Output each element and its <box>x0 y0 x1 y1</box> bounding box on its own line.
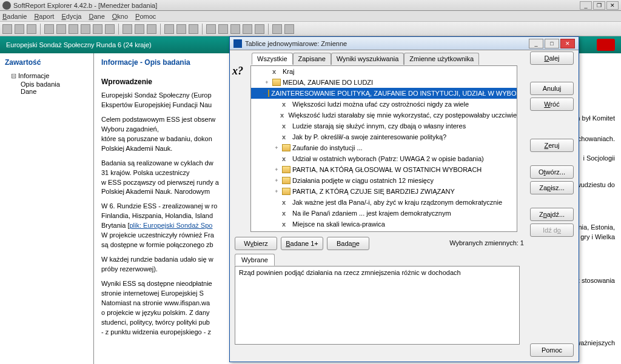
dialog-minimize-button[interactable]: _ <box>529 39 543 48</box>
separator <box>118 24 119 35</box>
badane-button[interactable]: Badane <box>327 237 369 250</box>
dialog-tabs: Wszystkie Zapisane Wyniki wyszukiwania Z… <box>252 53 574 65</box>
tab-uzytkownika[interactable]: Zmienne użytkownika <box>404 53 479 65</box>
tab-zapisane[interactable]: Zapisane <box>293 53 331 65</box>
tool-icon[interactable] <box>123 24 132 34</box>
maximize-button[interactable]: ❐ <box>593 1 605 10</box>
tool-icon[interactable] <box>230 24 240 34</box>
tree-node[interactable]: Kraj <box>251 66 517 77</box>
tree-node[interactable]: +Zaufanie do instytucji ... <box>251 142 517 153</box>
left-pane: Zawartość Informacje Opis badania Dane <box>0 53 94 364</box>
wroc-button[interactable]: Wróć <box>530 98 574 111</box>
selected-count: Wybranych zmiennych: 1 <box>449 239 524 247</box>
tree-node[interactable]: Miejsce na skali lewica-prawica <box>251 219 517 230</box>
otworz-button[interactable]: Otwórz... <box>530 165 574 179</box>
tree-item[interactable]: Opis badania <box>5 81 89 88</box>
dialog-tablice: Tablice jednowymiarowe: Zmienne _ □ ✕ Ws… <box>229 36 579 362</box>
app-icon <box>2 1 11 10</box>
tab-wszystkie[interactable]: Wszystkie <box>252 53 293 65</box>
menu-okno[interactable]: Okno <box>112 13 128 20</box>
tree-node[interactable]: +PARTIA, Z KTÓRĄ CZUJE SIĘ BARDZIEJ ZWIĄ… <box>251 186 517 197</box>
tree-node[interactable]: +MEDIA, ZAUFANIE DO LUDZI <box>251 77 517 88</box>
tree-node[interactable]: Większość ludzi starałaby się mnie wykor… <box>251 110 517 121</box>
tool-icon[interactable] <box>164 24 174 34</box>
zapisz-button[interactable]: Zapisz... <box>530 181 574 194</box>
menu-badanie[interactable]: Badanie <box>2 13 27 20</box>
tree-root[interactable]: Informacje <box>5 71 89 81</box>
tool-icon[interactable] <box>69 24 78 34</box>
anuluj-button[interactable]: Anuluj <box>530 82 574 95</box>
idzdo-button: Idź do <box>530 223 574 237</box>
znajdz-button[interactable]: Znajdź... <box>530 208 574 221</box>
tree-node[interactable]: Na ile Pana/i zdaniem ... jest krajem de… <box>251 208 517 219</box>
text-fragment: wudziestu do <box>576 180 615 190</box>
text-fragment: gry i Wielka <box>580 233 615 242</box>
tool-icon[interactable] <box>15 24 24 34</box>
tool-icon[interactable] <box>255 24 264 34</box>
dialog-icon <box>233 39 242 48</box>
badane1-button[interactable]: Badane 1+ <box>281 237 323 250</box>
tree-node[interactable]: Jak by P. określił/-a swoje zainteresowa… <box>251 131 517 142</box>
dialog-maximize-button[interactable]: □ <box>545 39 559 48</box>
tool-icon[interactable] <box>44 24 54 34</box>
tree-node[interactable]: +PARTIA, NA KTÓRĄ GŁOSOWAŁ W OSTATNICH W… <box>251 164 517 175</box>
tool-icon[interactable] <box>218 24 228 34</box>
wybierz-button[interactable]: Wybierz <box>235 237 277 250</box>
side-buttons: Dalej Anuluj Wróć Zeruj Otwórz... Zapisz… <box>530 51 574 237</box>
menu-pomoc[interactable]: Pomoc <box>135 13 156 20</box>
toolbar <box>0 22 621 36</box>
left-title: Zawartość <box>5 58 89 67</box>
menubar: Badanie Raport Edycja Dane Okno Pomoc <box>0 11 621 22</box>
link[interactable]: plik: Europejski Sondaż Spo <box>129 222 212 229</box>
tool-icon[interactable] <box>243 24 252 34</box>
window-title: SoftReport Explorer 4.42.b - [Menedżer b… <box>13 2 157 9</box>
wybrane-tab[interactable]: Wybrane <box>235 254 275 266</box>
tool-icon[interactable] <box>105 24 115 34</box>
bottom-buttons: Wybierz Badane 1+ Badane <box>235 237 369 250</box>
main-titlebar: SoftReport Explorer 4.42.b - [Menedżer b… <box>0 0 621 11</box>
tree-node[interactable]: −ZAINTERESOWANIE POLITYKĄ, ZAUFANIE DO I… <box>251 88 517 99</box>
separator <box>40 24 41 35</box>
menu-dane[interactable]: Dane <box>89 13 104 20</box>
wybrane-panel: Rząd powinien podjąć działania na rzecz … <box>235 266 520 345</box>
tree-node[interactable]: Ogólne zadowolenie ze swojego obecnego ż… <box>251 230 517 232</box>
tree-node[interactable]: Jak ważne jest dla Pana/-i, aby żyć w kr… <box>251 197 517 208</box>
variables-tree[interactable]: Kraj+MEDIA, ZAUFANIE DO LUDZI−ZAINTERESO… <box>250 65 517 232</box>
text-fragment: i Socjologii <box>583 154 615 164</box>
x-question-icon: x? <box>232 65 243 78</box>
menu-raport[interactable]: Raport <box>34 13 54 20</box>
minimize-button[interactable]: _ <box>580 1 592 10</box>
menu-edycja[interactable]: Edycja <box>61 13 81 20</box>
zeruj-button[interactable]: Zeruj <box>530 139 574 152</box>
tool-icon[interactable] <box>206 24 216 34</box>
tool-icon[interactable] <box>147 24 156 34</box>
dialog-titlebar[interactable]: Tablice jednowymiarowe: Zmienne _ □ ✕ <box>230 37 579 50</box>
tree-node[interactable]: Większości ludzi można ufać czy ostrożno… <box>251 99 517 110</box>
tool-icon[interactable] <box>189 24 198 34</box>
tool-icon[interactable] <box>272 24 282 34</box>
tree-node[interactable]: Ludzie starają się służyć innym, czy dba… <box>251 121 517 131</box>
separator <box>268 24 269 35</box>
pomoc-button[interactable]: Pomoc <box>530 343 574 357</box>
tree-node[interactable]: Udział w ostatnich wyborach (Patrz: UWAG… <box>251 153 517 164</box>
wybrane-item[interactable]: Rząd powinien podjąć działania na rzecz … <box>239 269 515 276</box>
tool-icon[interactable] <box>284 24 294 34</box>
tool-icon[interactable] <box>81 24 90 34</box>
tool-icon[interactable] <box>93 24 102 34</box>
dialog-body: Wszystkie Zapisane Wyniki wyszukiwania Z… <box>230 50 579 362</box>
separator <box>160 24 161 35</box>
dalej-button[interactable]: Dalej <box>530 51 574 65</box>
tool-icon[interactable] <box>27 24 36 34</box>
dialog-title: Tablice jednowymiarowe: Zmienne <box>245 40 347 47</box>
tool-icon[interactable] <box>176 24 186 34</box>
tab-wyniki[interactable]: Wyniki wyszukiwania <box>331 53 404 65</box>
dialog-close-button[interactable]: ✕ <box>560 39 575 48</box>
tool-icon[interactable] <box>2 24 12 34</box>
logo <box>597 39 615 51</box>
tool-icon[interactable] <box>56 24 66 34</box>
tree-node[interactable]: +Działania podjęte w ciągu ostatnich 12 … <box>251 175 517 186</box>
separator <box>202 24 203 35</box>
tool-icon[interactable] <box>135 24 144 34</box>
close-button[interactable]: ✕ <box>606 1 619 10</box>
tree-item[interactable]: Dane <box>5 88 89 95</box>
